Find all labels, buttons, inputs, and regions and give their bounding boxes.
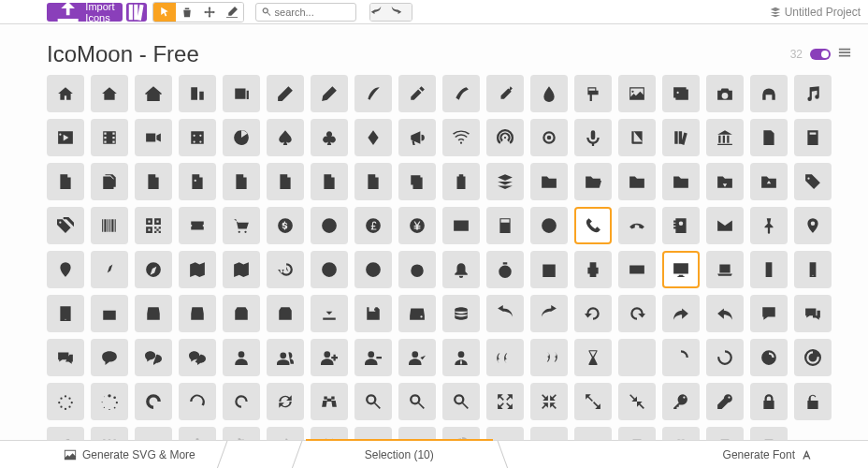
icon-cell-diamonds[interactable]: [354, 119, 392, 156]
search-field[interactable]: [255, 3, 356, 22]
icon-cell-film[interactable]: [91, 119, 128, 156]
icon-cell-shrink2[interactable]: [618, 383, 656, 420]
icon-cell-coin-pound[interactable]: [354, 207, 392, 244]
icon-cell-reply[interactable]: [706, 295, 744, 332]
icon-cell-file-text2[interactable]: [135, 163, 172, 200]
icon-cell-folder-open[interactable]: [574, 163, 612, 200]
icon-cell-spinner6[interactable]: [47, 383, 84, 420]
icon-cell-pen[interactable]: [398, 75, 436, 112]
icon-cell-location[interactable]: [794, 207, 832, 244]
icon-cell-phone[interactable]: [574, 207, 612, 244]
icon-cell-quill[interactable]: [354, 75, 392, 112]
icon-cell-phone-hang-up[interactable]: [618, 207, 656, 244]
icon-cell-bubbles3[interactable]: [135, 339, 172, 376]
icon-cell-bell[interactable]: [442, 251, 480, 288]
icon-cell-spinner2[interactable]: [662, 339, 700, 376]
icon-cell-envelop[interactable]: [706, 207, 744, 244]
icon-cell-spinner7[interactable]: [91, 383, 128, 420]
icon-cell-newspaper[interactable]: [223, 75, 260, 112]
icon-cell-hour-glass[interactable]: [574, 339, 612, 376]
icon-cell-unlocked[interactable]: [794, 383, 832, 420]
icon-cell-folder[interactable]: [530, 163, 568, 200]
icon-cell-profile[interactable]: [794, 119, 832, 156]
library-button[interactable]: [126, 3, 147, 22]
icon-cell-drawer[interactable]: [135, 295, 172, 332]
icon-cell-ticket[interactable]: [179, 207, 216, 244]
icon-cell-zoom-out[interactable]: [442, 383, 480, 420]
project-menu[interactable]: Untitled Project: [770, 6, 861, 19]
icon-cell-printer[interactable]: [574, 251, 612, 288]
icon-cell-redo[interactable]: [530, 295, 568, 332]
icon-cell-folder-plus[interactable]: [618, 163, 656, 200]
icon-cell-quotes-left[interactable]: [486, 339, 524, 376]
icon-cell-mobile2[interactable]: [794, 251, 832, 288]
icon-cell-paste[interactable]: [442, 163, 480, 200]
icon-cell-floppy-disk[interactable]: [354, 295, 392, 332]
icon-cell-pushpin[interactable]: [750, 207, 788, 244]
icon-cell-credit-card[interactable]: [442, 207, 480, 244]
icon-cell-paint-format[interactable]: [574, 75, 612, 112]
icon-cell-calculator[interactable]: [486, 207, 524, 244]
icon-cell-user-check[interactable]: [398, 339, 436, 376]
icon-cell-clock2[interactable]: [354, 251, 392, 288]
move-tool[interactable]: [198, 3, 221, 22]
icon-cell-drive[interactable]: [398, 295, 436, 332]
icon-cell-dice[interactable]: [179, 119, 216, 156]
icon-cell-stack[interactable]: [486, 163, 524, 200]
icon-cell-mic[interactable]: [574, 119, 612, 156]
icon-cell-lifebuoy[interactable]: [530, 207, 568, 244]
icon-cell-spinner11[interactable]: [267, 383, 304, 420]
icon-cell-box-add[interactable]: [223, 295, 260, 332]
icon-cell-spinner[interactable]: [618, 339, 656, 376]
icon-cell-spinner9[interactable]: [179, 383, 216, 420]
icon-cell-stopwatch[interactable]: [486, 251, 524, 288]
icon-cell-undo[interactable]: [486, 295, 524, 332]
icon-cell-spinner5[interactable]: [794, 339, 832, 376]
icon-cell-forward[interactable]: [662, 295, 700, 332]
icon-cell-price-tag[interactable]: [794, 163, 832, 200]
icon-cell-file-music[interactable]: [223, 163, 260, 200]
icon-cell-bullhorn[interactable]: [398, 119, 436, 156]
icon-cell-alarm[interactable]: [398, 251, 436, 288]
icon-cell-file-video[interactable]: [311, 163, 348, 200]
icon-cell-mobile[interactable]: [750, 251, 788, 288]
icon-cell-camera[interactable]: [706, 75, 744, 112]
icon-cell-binoculars[interactable]: [311, 383, 348, 420]
icon-cell-compass2[interactable]: [135, 251, 172, 288]
icon-cell-history[interactable]: [267, 251, 304, 288]
icon-cell-folder-minus[interactable]: [662, 163, 700, 200]
icon-cell-home[interactable]: [47, 75, 84, 112]
icon-cell-music[interactable]: [794, 75, 832, 112]
icon-cell-images[interactable]: [662, 75, 700, 112]
icon-cell-file-empty[interactable]: [47, 163, 84, 200]
icon-cell-podcast[interactable]: [486, 119, 524, 156]
import-icons-button[interactable]: Import Icons: [47, 3, 123, 22]
icon-cell-calendar[interactable]: [530, 251, 568, 288]
icon-cell-barcode[interactable]: [91, 207, 128, 244]
icon-cell-bubble2[interactable]: [91, 339, 128, 376]
icon-cell-quotes-right[interactable]: [530, 339, 568, 376]
icon-cell-user-plus[interactable]: [311, 339, 348, 376]
icon-cell-undo2[interactable]: [574, 295, 612, 332]
icon-cell-book[interactable]: [618, 119, 656, 156]
set-menu[interactable]: [838, 46, 851, 63]
icon-cell-play[interactable]: [47, 119, 84, 156]
icon-cell-spinner8[interactable]: [135, 383, 172, 420]
icon-cell-file-text[interactable]: [750, 119, 788, 156]
icon-cell-tv[interactable]: [91, 295, 128, 332]
icon-cell-droplet[interactable]: [530, 75, 568, 112]
icon-cell-lock[interactable]: [750, 383, 788, 420]
icon-cell-enlarge[interactable]: [486, 383, 524, 420]
icon-cell-compass[interactable]: [91, 251, 128, 288]
icon-cell-database[interactable]: [442, 295, 480, 332]
icon-cell-spinner3[interactable]: [706, 339, 744, 376]
icon-cell-key2[interactable]: [706, 383, 744, 420]
icon-cell-location2[interactable]: [47, 251, 84, 288]
icon-cell-feed[interactable]: [530, 119, 568, 156]
edit-tool[interactable]: [221, 3, 243, 22]
icon-cell-copy[interactable]: [398, 163, 436, 200]
icon-cell-pencil2[interactable]: [311, 75, 348, 112]
icon-cell-home3[interactable]: [135, 75, 172, 112]
icon-cell-box-remove[interactable]: [267, 295, 304, 332]
icon-cell-user-tie[interactable]: [442, 339, 480, 376]
